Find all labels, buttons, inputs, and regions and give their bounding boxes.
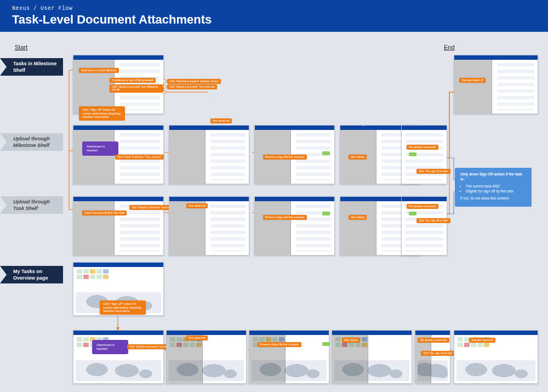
badge-r4-upload [322, 342, 330, 346]
chip-r3-success: File uploads successfully [407, 204, 438, 209]
anchor-end: End [444, 44, 455, 50]
row-label-milestone-tasks: Tasks in Milestone Shelf [0, 58, 63, 76]
chip-r4-signoff-blocked: Click "Sign off" button for current task… [100, 300, 146, 315]
thumb-r4-3 [249, 330, 329, 384]
thumb-r4-1 [73, 330, 164, 384]
badge-r2-success [409, 152, 416, 156]
row-label-my-tasks-overview: My Tasks on Overview page [0, 266, 63, 283]
flow-canvas: Start End [0, 32, 548, 392]
chip-r4-signed: Task gets signed off [469, 338, 495, 343]
chip-end-task-signed: Task gets signed off [459, 78, 486, 83]
chip-r3-yes: Click "Yes, sign off on task" [416, 218, 450, 223]
thumb-r3-3 [254, 196, 335, 255]
info-note-heading: Only show Sign Off action if the task is… [460, 172, 526, 182]
chip-r3-after: After Upload [349, 215, 367, 220]
chip-r2-browse: Browse or drag a file from computer [263, 155, 307, 160]
thumb-r3-2 [169, 196, 249, 255]
chip-r4-yes: Click "Yes, sign off on task" [421, 351, 455, 356]
row-label-upload-taskshelf: Upload through Task Shelf [0, 196, 63, 214]
chip-r2-yes-signoff: Click "Yes, sign off on task" [416, 169, 450, 174]
chip-r4-success: File uploads successfully [418, 338, 449, 343]
chip-attach-required: (Conditional on sign off being allowed) [110, 78, 156, 83]
info-note-bullet-2: Eligible for sign off by the user. [466, 189, 526, 194]
badge-r3-success [409, 212, 416, 215]
modal-attach-required-r4: Attachment is required [92, 340, 128, 354]
chip-attach-on-milestone: Attachment on current Milestone [79, 68, 119, 73]
page-title: Task-Level Document Attachments [12, 13, 548, 27]
chip-r3-browse: Browse or drag a file from computer [263, 215, 307, 220]
chip-heading-click: Click "Attachment required" heading / se… [167, 79, 221, 84]
info-note-bullet-1: The current task AND [466, 184, 526, 189]
chip-r3-new: New upload tab [186, 203, 208, 208]
thumb-r2-2 [169, 125, 249, 184]
page-banner: Nexus / User Flow Task-Level Document At… [0, 0, 548, 32]
info-note-signoff-rule: Only show Sign Off action if the task is… [455, 168, 532, 207]
chip-r3-open-task: Opens Document Shelf at Task Shelf [82, 211, 127, 215]
badge-r3-upload [322, 212, 330, 215]
row-label-upload-milestone: Upload through Milestone Shelf [0, 133, 63, 151]
chip-r2-close: Click "Close" to dismiss / "Yes, continu… [115, 155, 164, 160]
info-note-footer: If not, do not show this content. [460, 196, 526, 201]
chip-upload-from-card: Click "Upload a document" from task card [167, 84, 217, 89]
chip-signoff-blocked: Click "Sign off" button for current task… [79, 106, 125, 121]
thumb-end [454, 55, 538, 114]
chip-r2-after: After Upload [349, 155, 367, 160]
anchor-start: Start [15, 44, 27, 50]
chip-r4-new: New upload tab [186, 336, 208, 340]
modal-attach-required-r2: Attachment is required [82, 141, 118, 156]
chip-r4-after: After Upload [342, 338, 360, 343]
badge-r2-upload [322, 151, 330, 155]
chip-r2-new-upl: New upload tab [210, 118, 232, 123]
chip-r4-browse: Browse or drag a file from computer [258, 342, 301, 347]
breadcrumb: Nexus / User Flow [12, 5, 548, 12]
thumb-r4-end [454, 330, 538, 384]
thumb-r2-5 [401, 125, 447, 184]
chip-r2-success: File uploads successfully [407, 145, 438, 150]
chip-from-milestone-tab: Click "Upload a document" from Milestone… [110, 84, 163, 93]
